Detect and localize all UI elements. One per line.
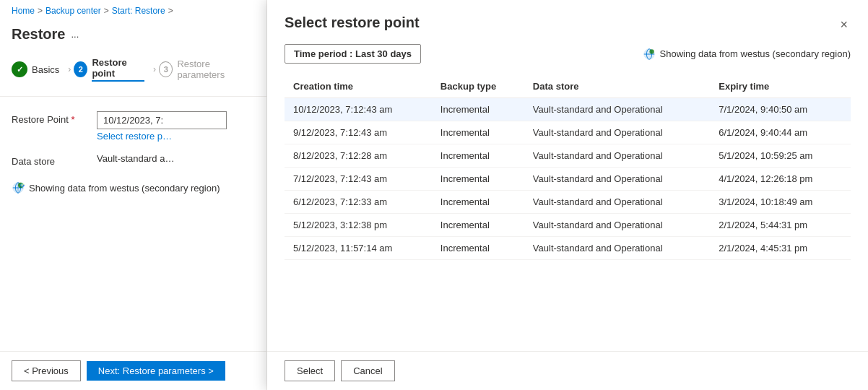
restore-point-input[interactable]: 10/12/2023, 7: <box>97 111 227 129</box>
table-row[interactable]: 5/12/2023, 11:57:14 amIncrementalVault-s… <box>285 237 851 260</box>
breadcrumb-sep2: > <box>104 6 109 16</box>
step-restore-point-label: Restore point <box>92 57 144 82</box>
modal-region-info: Showing data from westus (secondary regi… <box>643 48 851 61</box>
col-data-store: Data store <box>524 75 710 98</box>
table-row[interactable]: 10/12/2023, 7:12:43 amIncrementalVault-s… <box>285 98 851 121</box>
modal-title: Select restore point <box>285 14 420 31</box>
modal-globe-icon <box>643 48 656 61</box>
globe-icon: 🌍 <box>12 181 25 194</box>
breadcrumb-sep1: > <box>38 6 43 16</box>
previous-button[interactable]: < Previous <box>12 360 81 381</box>
select-button[interactable]: Select <box>285 360 335 381</box>
col-creation-time: Creation time <box>285 75 432 98</box>
step-restore-point: 2 Restore point <box>74 54 150 84</box>
steps-bar: ✓ Basics › 2 Restore point › 3 Restore p… <box>0 54 266 97</box>
table-row[interactable]: 7/12/2023, 7:12:43 amIncrementalVault-st… <box>285 168 851 191</box>
region-label: Showing data from westus (secondary regi… <box>29 183 220 194</box>
step-basics: ✓ Basics <box>12 58 65 80</box>
modal-close-button[interactable]: × <box>837 14 851 35</box>
page-title-dots[interactable]: ... <box>71 29 79 40</box>
restore-points-table: Creation time Backup type Data store Exp… <box>285 75 851 260</box>
table-header-row: Creation time Backup type Data store Exp… <box>285 75 851 98</box>
col-expiry-time: Expiry time <box>710 75 851 98</box>
breadcrumb: Home > Backup center > Start: Restore > <box>0 0 266 22</box>
select-restore-link[interactable]: Select restore p… <box>97 131 227 142</box>
table-row[interactable]: 6/12/2023, 7:12:33 amIncrementalVault-st… <box>285 191 851 214</box>
cancel-button[interactable]: Cancel <box>341 360 394 381</box>
bottom-bar: < Previous Next: Restore parameters > <box>0 351 266 390</box>
data-store-row: Data store Vault-standard a… <box>12 153 255 167</box>
table-row[interactable]: 9/12/2023, 7:12:43 amIncrementalVault-st… <box>285 121 851 144</box>
time-period-prefix: Time period : <box>294 48 355 59</box>
step-basics-circle: ✓ <box>12 61 27 77</box>
select-restore-point-modal: Select restore point × Time period : Las… <box>267 0 868 390</box>
page-title: Restore <box>12 26 65 43</box>
modal-body: Time period : Last 30 days Showing data … <box>267 44 868 351</box>
step-basics-label: Basics <box>32 64 59 75</box>
time-period-value: Last 30 days <box>355 48 412 59</box>
step-restore-point-circle: 2 <box>74 61 87 77</box>
required-marker: * <box>71 114 74 125</box>
breadcrumb-backup-center[interactable]: Backup center <box>45 6 101 16</box>
svg-point-9 <box>649 49 654 53</box>
svg-text:🌍: 🌍 <box>20 183 25 188</box>
breadcrumb-home[interactable]: Home <box>12 6 35 16</box>
data-store-label: Data store <box>12 153 91 167</box>
breadcrumb-start-restore[interactable]: Start: Restore <box>112 6 165 16</box>
modal-footer: Select Cancel <box>267 351 868 390</box>
data-store-value: Vault-standard a… <box>97 153 174 164</box>
modal-header: Select restore point × <box>267 0 868 44</box>
breadcrumb-sep3: > <box>168 6 173 16</box>
step-restore-params-circle: 3 <box>159 61 173 77</box>
restore-point-row: Restore Point * 10/12/2023, 7: Select re… <box>12 111 255 142</box>
restore-points-table-container: Creation time Backup type Data store Exp… <box>285 75 851 351</box>
table-row[interactable]: 8/12/2023, 7:12:28 amIncrementalVault-st… <box>285 144 851 168</box>
table-row[interactable]: 5/12/2023, 3:12:38 pmIncrementalVault-st… <box>285 214 851 237</box>
col-backup-type: Backup type <box>432 75 524 98</box>
filter-row: Time period : Last 30 days Showing data … <box>285 44 851 64</box>
time-period-button[interactable]: Time period : Last 30 days <box>285 44 421 64</box>
modal-region-text: Showing data from westus (secondary regi… <box>660 48 851 59</box>
restore-point-label: Restore Point * <box>12 111 91 125</box>
next-button[interactable]: Next: Restore parameters > <box>87 361 225 381</box>
step-restore-params-label: Restore parameters <box>177 58 249 80</box>
region-row: 🌍 Showing data from westus (secondary re… <box>12 181 255 194</box>
step-restore-params: 3 Restore parameters <box>159 56 255 83</box>
